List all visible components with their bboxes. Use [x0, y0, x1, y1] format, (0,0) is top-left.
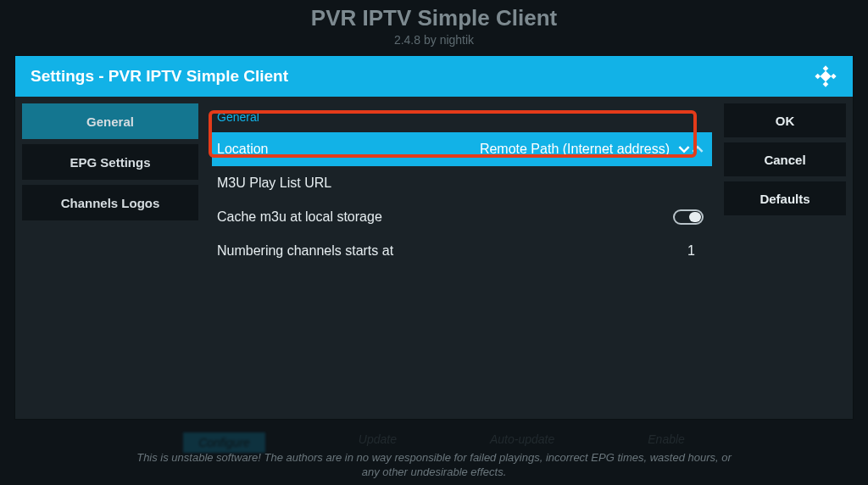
page-version: 2.4.8	[394, 33, 420, 47]
setting-label: Cache m3u at local storage	[217, 209, 382, 225]
setting-row-m3u-url[interactable]: M3U Play List URL	[212, 166, 712, 200]
setting-row-location[interactable]: Location Remote Path (Internet address)	[212, 132, 712, 166]
button-label: Cancel	[764, 153, 805, 167]
sidebar-item-channels-logos[interactable]: Channels Logos	[22, 185, 198, 220]
sidebar-item-epg-settings[interactable]: EPG Settings	[22, 144, 198, 180]
svg-rect-1	[815, 74, 821, 80]
button-label: Defaults	[760, 192, 810, 206]
page-header: PVR IPTV Simple Client 2.4.8 by nightik	[0, 0, 868, 52]
dialog-header: Settings - PVR IPTV Simple Client	[15, 56, 853, 97]
sidebar-item-label: General	[86, 114, 134, 129]
chevron-down-icon	[678, 143, 690, 155]
svg-rect-2	[831, 74, 837, 80]
setting-value: 1	[393, 243, 704, 259]
dialog-title: Settings - PVR IPTV Simple Client	[31, 67, 288, 86]
setting-row-cache[interactable]: Cache m3u at local storage	[212, 200, 712, 234]
toggle-knob	[689, 212, 701, 222]
spinner-arrows[interactable]	[678, 143, 704, 155]
footer-disclaimer: This is unstable software! The authors a…	[0, 450, 868, 480]
settings-content: General Location Remote Path (Internet a…	[203, 103, 719, 412]
setting-row-numbering[interactable]: Numbering channels starts at 1	[212, 234, 712, 268]
footer-line2: any other undesirable effects.	[34, 465, 834, 480]
footer-line1: This is unstable software! The authors a…	[34, 450, 834, 465]
svg-rect-0	[823, 65, 829, 71]
svg-rect-3	[823, 81, 829, 87]
page-author: nightik	[440, 33, 474, 47]
button-label: OK	[776, 114, 795, 128]
settings-dialog: Settings - PVR IPTV Simple Client Genera…	[15, 56, 853, 419]
page-by: by	[424, 33, 437, 47]
dialog-body: General EPG Settings Channels Logos Gene…	[15, 97, 853, 419]
svg-rect-4	[820, 70, 831, 81]
cancel-button[interactable]: Cancel	[724, 142, 846, 176]
dialog-buttons: OK Cancel Defaults	[719, 103, 846, 412]
sidebar-item-label: EPG Settings	[70, 155, 150, 170]
sidebar-item-general[interactable]: General	[22, 103, 198, 139]
setting-label: Location	[217, 142, 269, 157]
setting-label: M3U Play List URL	[217, 176, 331, 191]
setting-value: Remote Path (Internet address)	[269, 142, 679, 157]
ok-button[interactable]: OK	[724, 103, 846, 137]
kodi-logo-icon	[814, 64, 837, 88]
settings-sidebar: General EPG Settings Channels Logos	[22, 103, 203, 412]
defaults-button[interactable]: Defaults	[724, 181, 846, 215]
cache-toggle[interactable]	[673, 209, 704, 225]
setting-label: Numbering channels starts at	[217, 243, 393, 259]
page-subtitle: 2.4.8 by nightik	[0, 33, 868, 47]
section-label-general: General	[212, 103, 712, 132]
sidebar-item-label: Channels Logos	[61, 196, 160, 210]
page-title: PVR IPTV Simple Client	[0, 5, 868, 31]
chevron-up-icon	[692, 143, 704, 155]
